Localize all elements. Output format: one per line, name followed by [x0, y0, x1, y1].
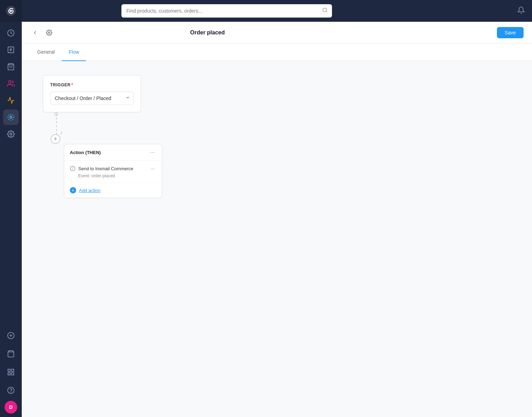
sidebar-bottom: D: [3, 324, 19, 417]
app-logo: [0, 0, 22, 22]
sidebar-item-analytics[interactable]: [3, 25, 19, 41]
action-title: Action (THEN): [70, 150, 101, 155]
connector-arrow-icon: [59, 131, 64, 137]
connector-line: [56, 114, 57, 135]
sidebar-item-settings[interactable]: [3, 126, 19, 142]
sidebar-item-campaigns[interactable]: [3, 93, 19, 108]
svg-rect-12: [12, 369, 14, 371]
topbar-right: [517, 6, 525, 15]
action-item-info-icon: [70, 166, 75, 171]
action-menu-button[interactable]: ···: [149, 148, 156, 156]
action-item: Send to Inxmail Commerce ··· Event: orde…: [64, 161, 162, 183]
trigger-block: TRIGGER* Checkout / Order / Placed: [43, 75, 141, 112]
action-item-event: Event: order-placed: [70, 173, 156, 178]
sidebar-item-automations[interactable]: [3, 110, 19, 125]
add-action-link[interactable]: Add action: [79, 188, 100, 193]
page-header: Order placed Save: [22, 22, 532, 44]
flow-canvas: TRIGGER* Checkout / Order / Placed: [22, 61, 532, 272]
action-item-left: Send to Inxmail Commerce: [70, 166, 133, 171]
page-header-left: [30, 28, 54, 38]
svg-point-16: [11, 392, 11, 392]
sidebar-item-grid[interactable]: [3, 364, 19, 380]
save-button[interactable]: Save: [497, 27, 524, 38]
sidebar-item-help[interactable]: [3, 383, 19, 398]
add-action-row: + Add action: [64, 183, 162, 198]
action-block: Action (THEN) ···: [64, 144, 162, 198]
sidebar-item-orders[interactable]: [3, 42, 19, 58]
main-area: Order placed Save General Flow TRIGGER*: [22, 0, 532, 417]
sidebar-item-store[interactable]: [3, 346, 19, 362]
content-area: Order placed Save General Flow TRIGGER*: [22, 22, 532, 417]
svg-point-19: [48, 32, 50, 33]
svg-point-17: [323, 8, 327, 12]
sidebar-item-products[interactable]: [3, 59, 19, 74]
svg-rect-11: [8, 369, 10, 371]
trigger-label: TRIGGER*: [50, 82, 134, 87]
tab-flow[interactable]: Flow: [62, 44, 86, 61]
trigger-select[interactable]: Checkout / Order / Placed: [50, 92, 134, 105]
action-header: Action (THEN) ···: [64, 144, 162, 161]
sidebar-item-add[interactable]: [3, 328, 19, 343]
user-avatar[interactable]: D: [5, 401, 17, 413]
settings-button[interactable]: [44, 28, 54, 38]
add-node-button[interactable]: +: [51, 134, 60, 144]
back-button[interactable]: [30, 28, 40, 38]
svg-point-7: [10, 133, 12, 135]
action-item-name: Send to Inxmail Commerce: [78, 166, 133, 171]
notification-bell-icon[interactable]: [517, 6, 525, 15]
sidebar-item-customers[interactable]: [3, 76, 19, 91]
page-content: General Flow TRIGGER* Checkout / Order /…: [22, 44, 532, 417]
svg-point-6: [10, 116, 12, 118]
svg-line-18: [326, 11, 327, 12]
add-action-plus-icon: +: [70, 187, 76, 193]
sidebar-nav: [0, 22, 22, 324]
tabs: General Flow: [30, 44, 524, 61]
action-item-menu-button[interactable]: ···: [149, 165, 156, 172]
svg-rect-13: [8, 373, 10, 375]
trigger-required-marker: *: [71, 82, 73, 87]
search-container: [121, 4, 332, 18]
search-icon: [322, 7, 328, 14]
tab-general[interactable]: General: [30, 44, 62, 61]
flow-connector: +: [43, 112, 511, 144]
svg-point-1: [10, 10, 12, 12]
svg-point-5: [9, 81, 11, 83]
action-item-header: Send to Inxmail Commerce ···: [70, 165, 156, 172]
search-input[interactable]: [121, 4, 332, 18]
svg-rect-14: [12, 373, 14, 375]
sidebar: D: [0, 0, 22, 417]
trigger-select-wrapper: Checkout / Order / Placed: [50, 92, 134, 105]
topbar: [22, 0, 532, 22]
page-title: Order placed: [190, 29, 225, 36]
tabs-container: General Flow: [22, 44, 532, 61]
